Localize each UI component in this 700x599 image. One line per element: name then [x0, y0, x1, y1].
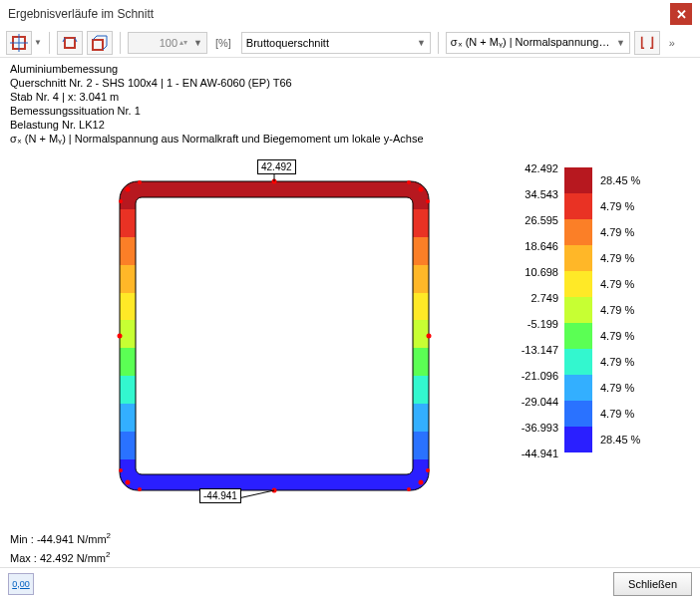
svg-point-15 [138, 180, 142, 184]
chevron-down-icon: ▼ [616, 38, 625, 48]
chevron-down-icon[interactable]: ▼ [34, 38, 42, 47]
legend-tick: 18.646 [513, 240, 564, 252]
legend-color-swatch [564, 349, 592, 375]
legend-color-swatch [564, 401, 592, 427]
legend-color-swatch [564, 427, 592, 452]
color-legend: 42.49228.45 %34.5434.79 %26.5954.79 %18.… [513, 167, 682, 478]
max-label: Max : [10, 551, 37, 563]
info-line: Belastung Nr. LK12 [10, 118, 690, 132]
legend-tick: -5.199 [513, 318, 564, 330]
number-format-button[interactable]: 0,00 [8, 573, 34, 595]
result-type-value: σₓ (N + Mᵧ) | Normalspannung au… [451, 36, 612, 49]
view-front-button[interactable] [57, 31, 83, 55]
legend-percent: 4.79 % [592, 382, 652, 394]
legend-percent: 4.79 % [592, 278, 652, 290]
svg-point-9 [419, 187, 424, 192]
zoom-value: 100 [160, 37, 177, 49]
legend-color-swatch [564, 167, 592, 193]
svg-point-17 [138, 487, 142, 491]
view-iso-button[interactable] [87, 31, 113, 55]
legend-tick: -13.147 [513, 344, 564, 356]
toolbar: ▼ 100 ▴▾ ▼ [%] Bruttoquerschnitt ▼ σₓ (N… [0, 28, 700, 58]
info-line: σₓ (N + Mᵧ) | Normalspannung aus Normalk… [10, 132, 690, 146]
info-line: Querschnitt Nr. 2 - SHS 100x4 | 1 - EN A… [10, 76, 690, 90]
legend-tick: 10.698 [513, 266, 564, 278]
toolbar-overflow-button[interactable]: » [664, 37, 680, 49]
svg-point-10 [118, 334, 123, 339]
legend-tick: -29.044 [513, 396, 564, 408]
chevron-down-icon: ▼ [417, 38, 426, 48]
cross-section-combo[interactable]: Bruttoquerschnitt ▼ [241, 32, 431, 54]
svg-rect-6 [136, 197, 413, 474]
cross-section-value: Bruttoquerschnitt [246, 37, 413, 49]
max-value-label: 42.492 [257, 159, 296, 174]
titlebar: Ergebnisverläufe im Schnitt ✕ [0, 0, 700, 28]
zoom-combo[interactable]: 100 ▴▾ ▼ [128, 32, 207, 54]
legend-percent: 4.79 % [592, 330, 652, 342]
legend-tick: 34.543 [513, 188, 564, 200]
cross-section-plot [100, 161, 459, 510]
legend-tick: 2.749 [513, 292, 564, 304]
min-label: Min : [10, 533, 34, 545]
chevron-down-icon: ▼ [193, 38, 202, 48]
legend-percent: 4.79 % [592, 356, 652, 368]
legend-color-swatch [564, 271, 592, 297]
legend-tick: -36.993 [513, 422, 564, 434]
close-icon[interactable]: ✕ [670, 3, 692, 25]
svg-point-14 [419, 480, 424, 485]
legend-percent: 4.79 % [592, 252, 652, 264]
legend-color-swatch [564, 375, 592, 401]
legend-percent: 4.79 % [592, 226, 652, 238]
legend-tick: 26.595 [513, 214, 564, 226]
svg-point-12 [126, 480, 131, 485]
min-value-label: -44.941 [199, 488, 241, 503]
svg-point-22 [426, 468, 430, 472]
separator [49, 32, 50, 54]
legend-percent: 28.45 % [592, 174, 652, 186]
legend-percent: 4.79 % [592, 408, 652, 420]
svg-point-19 [119, 199, 123, 203]
legend-percent: 28.45 % [592, 434, 652, 446]
result-type-combo[interactable]: σₓ (N + Mᵧ) | Normalspannung au… ▼ [446, 32, 630, 54]
legend-percent: 4.79 % [592, 304, 652, 316]
legend-color-swatch [564, 297, 592, 323]
min-value: -44.941 N/mm [37, 533, 107, 545]
info-line: Aluminiumbemessung [10, 62, 690, 76]
legend-tick: 42.492 [513, 162, 564, 174]
brackets-button[interactable]: ⌊ ⌋ [634, 31, 660, 55]
svg-point-7 [126, 187, 131, 192]
separator [438, 32, 439, 54]
section-graphic-button[interactable] [6, 31, 32, 55]
svg-rect-4 [93, 40, 103, 50]
window-title: Ergebnisverläufe im Schnitt [8, 7, 670, 21]
legend-row: -44.941 [513, 452, 682, 478]
close-button[interactable]: Schließen [613, 572, 692, 596]
svg-rect-3 [65, 38, 75, 48]
max-value: 42.492 N/mm [40, 551, 106, 563]
separator [120, 32, 121, 54]
legend-color-swatch [564, 323, 592, 349]
svg-point-11 [427, 334, 432, 339]
svg-point-21 [426, 199, 430, 203]
legend-tick: -44.941 [513, 448, 564, 459]
legend-color-swatch [564, 193, 592, 219]
info-line: Stab Nr. 4 | x: 3.041 m [10, 90, 690, 104]
legend-tick: -21.096 [513, 370, 564, 382]
footer: 0,00 Schließen [0, 567, 700, 599]
minmax-block: Min : -44.941 N/mm2 Max : 42.492 N/mm2 [10, 528, 111, 565]
zoom-unit: [%] [215, 37, 231, 49]
svg-point-16 [407, 180, 411, 184]
svg-point-20 [119, 468, 123, 472]
legend-percent: 4.79 % [592, 200, 652, 212]
info-block: Aluminiumbemessung Querschnitt Nr. 2 - S… [0, 58, 700, 148]
info-line: Bemessungssituation Nr. 1 [10, 104, 690, 118]
svg-point-18 [407, 487, 411, 491]
legend-color-swatch [564, 245, 592, 271]
legend-color-swatch [564, 219, 592, 245]
